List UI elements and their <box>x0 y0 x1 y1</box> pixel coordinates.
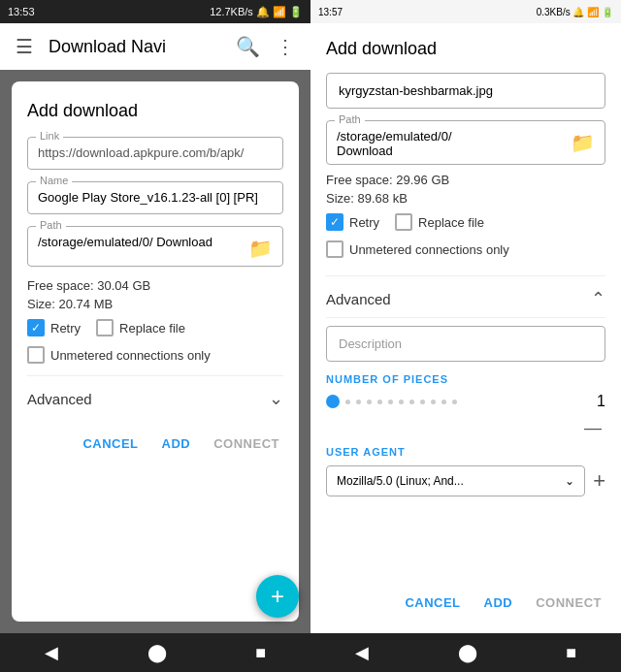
right-add-button[interactable]: ADD <box>480 588 517 618</box>
right-cancel-button[interactable]: CANCEL <box>401 588 464 618</box>
left-home-icon[interactable]: ⬤ <box>128 636 186 669</box>
description-input[interactable]: Description <box>326 326 605 362</box>
right-retry-label: Retry <box>349 215 379 230</box>
slider-dot-3 <box>356 400 361 404</box>
slider-minus[interactable]: ― <box>584 418 602 438</box>
left-back-icon[interactable]: ◀ <box>25 636 78 669</box>
path-input[interactable]: /storage/emulated/0/ Download <box>38 235 241 249</box>
free-space-text: Free space: 30.04 GB <box>27 278 283 293</box>
retry-checkbox[interactable] <box>27 319 45 336</box>
link-input-group: Link https://download.apkpure.com/b/apk/ <box>27 137 283 170</box>
num-pieces-value: 1 <box>590 393 605 410</box>
nav-bars: ◀ ⬤ ■ ◀ ⬤ ■ <box>0 633 621 672</box>
retry-replace-row: Retry Replace file <box>27 319 283 336</box>
right-free-space-text: Free space: 29.96 GB <box>326 173 605 187</box>
app-toolbar: ☰ Download Navi 🔍 ⋮ <box>0 23 310 70</box>
chevron-down-icon[interactable]: ⌄ <box>269 388 283 409</box>
slider-track[interactable] <box>326 395 582 408</box>
fab-button[interactable]: + <box>256 575 299 618</box>
slider-dot-9 <box>420 400 425 404</box>
right-square-icon[interactable]: ■ <box>546 637 596 669</box>
app-title: Download Navi <box>49 37 220 57</box>
right-retry-replace-row: Retry Replace file <box>326 213 605 231</box>
left-add-button[interactable]: ADD <box>158 429 195 459</box>
more-menu-icon[interactable]: ⋮ <box>276 35 295 58</box>
user-agent-value: Mozilla/5.0 (Linux; And... <box>337 474 464 488</box>
unmetered-row[interactable]: Unmetered connections only <box>27 346 283 364</box>
right-replace-file-label: Replace file <box>418 215 484 230</box>
right-unmetered-label: Unmetered connections only <box>349 242 509 257</box>
left-cancel-button[interactable]: CANCEL <box>79 429 142 459</box>
user-agent-chevron-icon[interactable]: ⌄ <box>565 474 574 488</box>
right-time: 13:57 <box>318 7 343 17</box>
size-text: Size: 20.74 MB <box>27 297 283 311</box>
replace-file-checkbox[interactable] <box>96 319 114 336</box>
right-replace-file-checkbox[interactable] <box>395 213 412 231</box>
right-path-label: Path <box>335 113 365 125</box>
right-retry-checkbox[interactable] <box>326 213 343 231</box>
path-input-group: Path /storage/emulated/0/ Download 📁 <box>27 226 283 267</box>
right-back-icon[interactable]: ◀ <box>336 636 388 669</box>
replace-file-label: Replace file <box>119 321 185 336</box>
link-label: Link <box>36 130 63 142</box>
right-advanced-row[interactable]: Advanced ⌃ <box>326 275 605 318</box>
right-size-text: Size: 89.68 kB <box>326 191 605 206</box>
path-label: Path <box>36 219 66 231</box>
slider-dot-11 <box>441 400 446 404</box>
right-advanced-label: Advanced <box>326 291 391 307</box>
folder-icon[interactable]: 📁 <box>248 237 273 260</box>
right-dialog-title: Add download <box>326 39 605 59</box>
slider-dot-10 <box>431 400 436 404</box>
right-path-input[interactable]: /storage/emulated/0/Download <box>337 129 563 158</box>
right-unmetered-checkbox[interactable] <box>326 240 343 258</box>
left-network-icons: 12.7KB/s 🔔 📶 🔋 <box>210 6 303 18</box>
left-connect-button[interactable]: CONNECT <box>210 429 283 459</box>
user-agent-plus-icon[interactable]: + <box>593 468 605 494</box>
advanced-row[interactable]: Advanced ⌄ <box>27 375 283 417</box>
right-retry-checkbox-item[interactable]: Retry <box>326 213 379 231</box>
right-network-icons: 0.3KB/s 🔔 📶 🔋 <box>537 7 613 17</box>
right-unmetered-row[interactable]: Unmetered connections only <box>326 240 605 258</box>
left-status-bar: 13:53 12.7KB/s 🔔 📶 🔋 <box>0 0 310 23</box>
advanced-label: Advanced <box>27 391 92 407</box>
filename-input[interactable]: kyrgyzstan-beshbarmak.jpg <box>326 73 605 109</box>
slider-dot-4 <box>367 400 372 404</box>
slider-dot-6 <box>388 400 393 404</box>
name-label: Name <box>36 175 72 186</box>
slider-dot-2 <box>345 400 350 404</box>
user-agent-row: Mozilla/5.0 (Linux; And... ⌄ + <box>326 465 605 496</box>
slider-dot-8 <box>409 400 414 404</box>
num-pieces-label: NUMBER OF PIECES <box>326 373 605 385</box>
search-icon[interactable]: 🔍 <box>236 35 260 58</box>
left-panel: ☰ Download Navi 🔍 ⋮ Add download Link ht… <box>0 23 310 633</box>
replace-file-checkbox-item[interactable]: Replace file <box>96 319 185 336</box>
slider-dot-5 <box>377 400 382 404</box>
hamburger-icon[interactable]: ☰ <box>16 35 33 58</box>
name-input[interactable]: Google Play Store_v16.1.23-all [0] [PR] <box>38 190 273 208</box>
name-input-group: Name Google Play Store_v16.1.23-all [0] … <box>27 181 283 214</box>
unmetered-checkbox[interactable] <box>27 346 45 364</box>
right-status-bar: 13:57 0.3KB/s 🔔 📶 🔋 <box>310 0 621 23</box>
left-dialog-actions: CANCEL ADD CONNECT <box>27 421 283 459</box>
link-input[interactable]: https://download.apkpure.com/b/apk/ <box>38 145 273 163</box>
right-connect-button[interactable]: CONNECT <box>532 588 605 618</box>
user-agent-select[interactable]: Mozilla/5.0 (Linux; And... ⌄ <box>326 465 585 496</box>
right-home-icon[interactable]: ⬤ <box>439 636 497 669</box>
right-replace-file-checkbox-item[interactable]: Replace file <box>395 213 484 231</box>
right-folder-icon[interactable]: 📁 <box>571 131 595 154</box>
right-panel: Add download kyrgyzstan-beshbarmak.jpg P… <box>310 23 621 633</box>
right-path-input-group: Path /storage/emulated/0/Download 📁 <box>326 120 605 165</box>
retry-label: Retry <box>50 321 81 336</box>
right-nav-bar: ◀ ⬤ ■ <box>310 633 621 672</box>
slider-dot-7 <box>399 400 404 404</box>
left-add-download-dialog: Add download Link https://download.apkpu… <box>12 81 299 622</box>
left-time: 13:53 <box>8 6 35 17</box>
slider-dot-active[interactable] <box>326 395 340 408</box>
unmetered-label: Unmetered connections only <box>50 348 211 363</box>
left-nav-bar: ◀ ⬤ ■ <box>0 633 310 672</box>
slider-dot-12 <box>452 400 457 404</box>
num-pieces-slider-row[interactable]: 1 <box>326 393 605 410</box>
retry-checkbox-item[interactable]: Retry <box>27 319 81 336</box>
left-square-icon[interactable]: ■ <box>236 637 285 669</box>
right-chevron-up-icon[interactable]: ⌃ <box>591 288 605 309</box>
